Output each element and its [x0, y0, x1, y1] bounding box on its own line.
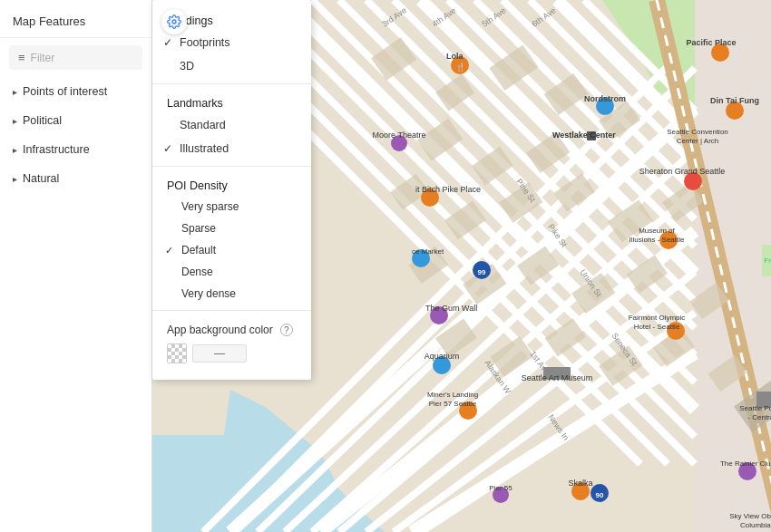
sidebar-item-label: Points of interest — [23, 85, 107, 98]
svg-text:Westlake Center: Westlake Center — [552, 131, 616, 140]
svg-text:- Central Library: - Central Library — [747, 413, 771, 421]
dense-label: Dense — [181, 266, 213, 278]
svg-text:Lola: Lola — [446, 52, 464, 61]
3d-option[interactable]: 3D — [152, 54, 311, 78]
arrow-icon: ▸ — [13, 116, 17, 126]
sidebar-item-poi[interactable]: ▸ Points of interest — [0, 77, 151, 106]
color-value[interactable]: — — [192, 344, 247, 363]
standard-label: Standard — [180, 119, 226, 131]
illustrated-option[interactable]: Illustrated — [152, 137, 311, 160]
arrow-icon: ▸ — [13, 174, 17, 184]
filter-bar[interactable]: ≡ Filter — [9, 45, 142, 70]
svg-text:Seattle Art Museum: Seattle Art Museum — [522, 373, 593, 382]
svg-text:The Rainier Club: The Rainier Club — [720, 459, 771, 468]
3d-label: 3D — [180, 60, 194, 73]
svg-text:it Bitch Pike Place: it Bitch Pike Place — [415, 185, 481, 194]
illustrated-label: Illustrated — [180, 142, 229, 155]
sparse-option[interactable]: Sparse — [152, 218, 311, 239]
svg-text:Hotel - Seattle: Hotel - Seattle — [634, 323, 680, 331]
svg-text:Fairmont Olympic: Fairmont Olympic — [629, 314, 686, 322]
very-sparse-label: Very sparse — [181, 200, 239, 213]
gear-button[interactable] — [161, 9, 187, 34]
svg-text:Museum of: Museum of — [639, 227, 675, 235]
help-icon[interactable]: ? — [280, 324, 293, 336]
arrow-icon: ▸ — [13, 145, 17, 155]
landmarks-section-label: Landmarks — [152, 90, 311, 113]
sidebar-item-political[interactable]: ▸ Political — [0, 106, 151, 135]
svg-text:Freeway Park: Freeway Park — [764, 256, 771, 265]
svg-text:Din Tai Fung: Din Tai Fung — [710, 96, 759, 105]
sidebar-item-label: Political — [23, 114, 62, 127]
svg-text:Columbia Center: Columbia Center — [740, 521, 771, 529]
footprints-label: Footprints — [180, 36, 230, 49]
svg-text:Seattle Public Library: Seattle Public Library — [739, 404, 771, 412]
sidebar-item-natural[interactable]: ▸ Natural — [0, 164, 151, 193]
svg-text:Center | Arch: Center | Arch — [677, 137, 719, 145]
svg-text:The Gum Wall: The Gum Wall — [425, 304, 477, 313]
dropdown-panel: Buildings Footprints 3D Landmarks Standa… — [152, 0, 311, 380]
divider-3 — [152, 310, 311, 311]
sidebar-item-infrastructure[interactable]: ▸ Infrastructure — [0, 135, 151, 164]
svg-point-137 — [172, 20, 176, 24]
sidebar-header: Map Features — [0, 0, 151, 38]
arrow-icon: ▸ — [13, 87, 17, 97]
filter-icon: ≡ — [18, 51, 25, 64]
svg-text:Pier 55: Pier 55 — [489, 484, 512, 492]
svg-text:Pier 57 Seattle: Pier 57 Seattle — [429, 400, 477, 408]
default-option[interactable]: Default — [152, 239, 311, 261]
svg-text:Nordstrom: Nordstrom — [584, 94, 626, 103]
sidebar-item-label: Natural — [23, 172, 59, 185]
svg-text:Sky View Observatory -: Sky View Observatory - — [729, 512, 771, 520]
svg-text:Pacific Place: Pacific Place — [686, 38, 736, 47]
svg-text:Sheraton Grand Seattle: Sheraton Grand Seattle — [639, 167, 726, 176]
filter-label: Filter — [31, 52, 55, 64]
divider-1 — [152, 83, 311, 84]
gear-icon — [167, 15, 181, 29]
sidebar: Map Features ≡ Filter ▸ Points of intere… — [0, 0, 152, 532]
svg-text:Seattle Convention: Seattle Convention — [667, 128, 728, 136]
color-checker[interactable] — [167, 343, 187, 363]
poi-density-section-label: POI Density — [152, 172, 311, 196]
sidebar-title: Map Features — [13, 15, 85, 28]
app-bg-color-row: App background color ? — [152, 316, 311, 343]
svg-text:90: 90 — [596, 491, 604, 499]
dense-option[interactable]: Dense — [152, 261, 311, 283]
svg-text:🍴: 🍴 — [455, 62, 466, 73]
svg-text:99: 99 — [478, 268, 486, 276]
footprints-option[interactable]: Footprints — [152, 31, 311, 54]
app-bg-label: App background color — [167, 324, 273, 336]
very-dense-option[interactable]: Very dense — [152, 283, 311, 305]
sidebar-item-label: Infrastructure — [23, 143, 90, 156]
svg-text:Aquarium: Aquarium — [425, 352, 460, 361]
svg-text:Skalka: Skalka — [568, 479, 592, 488]
svg-text:Illusions - Seattle: Illusions - Seattle — [629, 236, 685, 244]
default-label: Default — [181, 244, 216, 256]
svg-text:Moore Theatre: Moore Theatre — [373, 131, 426, 140]
sparse-label: Sparse — [181, 222, 216, 235]
very-sparse-option[interactable]: Very sparse — [152, 196, 311, 218]
very-dense-label: Very dense — [181, 287, 236, 300]
divider-2 — [152, 166, 311, 167]
svg-text:ce Market: ce Market — [412, 247, 444, 256]
svg-text:Miner's Landing: Miner's Landing — [427, 391, 478, 399]
standard-option[interactable]: Standard — [152, 113, 311, 137]
